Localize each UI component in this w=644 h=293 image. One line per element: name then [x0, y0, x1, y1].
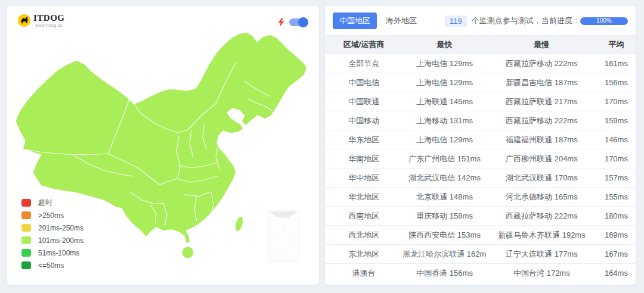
fastest-cell: 陕西西安电信 153ms [402, 226, 487, 245]
results-table-header: 区域/运营商 最快 最慢 平均 [325, 36, 636, 54]
legend-color-swatch [21, 261, 31, 269]
average-cell: 169ms [597, 226, 636, 245]
slowest-cell: 河北承德移动 165ms [487, 188, 597, 207]
fastest-cell: 上海移动 131ms [402, 111, 487, 130]
legend-item: 超时 [21, 197, 83, 209]
average-cell: 159ms [597, 111, 636, 130]
average-cell: 170ms [597, 92, 636, 111]
average-cell: 167ms [597, 245, 636, 264]
fastest-cell: 北京联通 148ms [402, 188, 487, 207]
table-row: 华北地区北京联通 148ms河北承德移动 165ms155ms [325, 188, 636, 207]
dog-icon [17, 14, 31, 27]
legend-label: >250ms [38, 211, 64, 220]
fastest-cell: 中国香港 156ms [402, 264, 487, 283]
tab-overseas-region[interactable]: 海外地区 [386, 13, 417, 29]
region-cell: 中国移动 [325, 111, 402, 130]
legend-label: 201ms-250ms [38, 224, 83, 232]
legend-color-swatch [21, 224, 31, 232]
legend-label: 51ms-100ms [38, 249, 79, 257]
fastest-cell: 湖北武汉电信 142ms [402, 169, 487, 188]
slowest-cell: 西藏拉萨联通 217ms [487, 92, 597, 111]
taiwan-island-region [234, 216, 244, 232]
legend-item: 51ms-100ms [21, 247, 83, 259]
brand-domain: www.itdog.cn [33, 24, 65, 28]
region-cell: 东北地区 [325, 245, 402, 264]
map-mode-toggle[interactable] [289, 18, 307, 26]
slowest-cell: 新疆乌鲁木齐联通 192ms [487, 226, 597, 245]
table-row: 华东地区上海电信 129ms福建福州联通 187ms146ms [325, 130, 636, 149]
slowest-cell: 湖北武汉联通 170ms [487, 169, 597, 188]
table-row: 西北地区陕西西安电信 153ms新疆乌鲁木齐联通 192ms169ms [325, 226, 636, 245]
table-row: 中国联通上海联通 145ms西藏拉萨联通 217ms170ms [325, 92, 636, 111]
slowest-cell: 辽宁大连联通 177ms [487, 245, 597, 264]
average-cell: 157ms [597, 169, 636, 188]
results-table-body: 全部节点上海电信 129ms西藏拉萨移动 222ms161ms中国电信上海电信 … [325, 54, 636, 283]
average-cell: 146ms [597, 130, 636, 149]
toggle-knob [298, 17, 308, 27]
legend-label: 超时 [38, 198, 52, 208]
table-row: 港澳台中国香港 156ms中国台湾 172ms164ms [325, 264, 636, 283]
progress-value: 100% [596, 18, 612, 24]
tab-china-region[interactable]: 中国地区 [333, 13, 377, 29]
average-cell: 161ms [597, 54, 636, 73]
table-row: 东北地区黑龙江哈尔滨联通 162ms辽宁大连联通 177ms167ms [325, 245, 636, 264]
slowest-cell: 新疆昌吉电信 187ms [487, 73, 597, 92]
legend-item: <=50ms [21, 259, 83, 272]
legend-color-swatch [21, 211, 31, 219]
column-header-average: 平均 [597, 36, 636, 54]
legend-item: >250ms [21, 209, 83, 222]
average-cell: 155ms [597, 188, 636, 207]
progress-caption: 个监测点参与测试，当前进度： [472, 15, 580, 26]
results-panel: 中国地区 海外地区 119 个监测点参与测试，当前进度： 100% 区域/运营商… [325, 6, 636, 285]
region-cell: 华中地区 [325, 169, 402, 188]
slowest-cell: 福建福州联通 187ms [487, 130, 597, 149]
average-cell: 180ms [597, 207, 636, 226]
map-legend: 超时>250ms201ms-250ms101ms-200ms51ms-100ms… [21, 197, 83, 272]
table-row: 西南地区重庆移动 158ms西藏拉萨移动 222ms180ms [325, 207, 636, 226]
table-row: 全部节点上海电信 129ms西藏拉萨移动 222ms161ms [325, 54, 636, 73]
column-header-slowest: 最慢 [487, 36, 597, 54]
legend-item: 201ms-250ms [21, 222, 83, 234]
region-cell: 华东地区 [325, 130, 402, 149]
region-cell: 华北地区 [325, 188, 402, 207]
results-topbar: 中国地区 海外地区 119 个监测点参与测试，当前进度： 100% [325, 6, 636, 35]
legend-label: 101ms-200ms [38, 236, 83, 245]
average-cell: 156ms [597, 73, 636, 92]
region-cell: 中国联通 [325, 92, 402, 111]
brand-name: ITDOG [33, 14, 65, 23]
table-row: 华南地区广东广州电信 151ms广西柳州联通 204ms170ms [325, 149, 636, 169]
results-table: 区域/运营商 最快 最慢 平均 全部节点上海电信 129ms西藏拉萨移动 222… [325, 35, 636, 283]
map-panel: ITDOG www.itdog.cn [7, 6, 319, 285]
fastest-cell: 上海电信 129ms [402, 73, 487, 92]
fastest-cell: 黑龙江哈尔滨联通 162ms [402, 245, 487, 264]
region-cell: 全部节点 [325, 54, 402, 73]
table-row: 中国移动上海移动 131ms西藏拉萨移动 222ms159ms [325, 111, 636, 130]
slowest-cell: 广西柳州联通 204ms [487, 149, 597, 169]
column-header-fastest: 最快 [402, 36, 487, 54]
progress-bar: 100% [580, 17, 628, 25]
lightning-icon [278, 18, 284, 27]
column-header-region: 区域/运营商 [325, 36, 402, 54]
fastest-cell: 上海联通 145ms [402, 92, 487, 111]
region-cell: 港澳台 [325, 264, 402, 283]
slowest-cell: 西藏拉萨移动 222ms [487, 54, 597, 73]
average-cell: 170ms [597, 149, 636, 169]
slowest-cell: 西藏拉萨移动 222ms [487, 207, 597, 226]
legend-item: 101ms-200ms [21, 234, 83, 247]
fastest-cell: 广东广州电信 151ms [402, 149, 487, 169]
fastest-cell: 上海电信 129ms [402, 130, 487, 149]
legend-color-swatch [21, 199, 31, 207]
region-cell: 中国电信 [325, 73, 402, 92]
region-cell: 西北地区 [325, 226, 402, 245]
slowest-cell: 中国台湾 172ms [487, 264, 597, 283]
table-row: 华中地区湖北武汉电信 142ms湖北武汉联通 170ms157ms [325, 169, 636, 188]
average-cell: 164ms [597, 264, 636, 283]
region-cell: 西南地区 [325, 207, 402, 226]
fastest-cell: 上海电信 129ms [402, 54, 487, 73]
itdog-logo[interactable]: ITDOG www.itdog.cn [17, 14, 65, 28]
slowest-cell: 西藏拉萨移动 222ms [487, 111, 597, 130]
monitor-count-badge: 119 [445, 15, 467, 27]
legend-label: <=50ms [38, 261, 64, 270]
south-china-sea-inset [268, 211, 298, 261]
hainan-island-region [182, 247, 194, 258]
